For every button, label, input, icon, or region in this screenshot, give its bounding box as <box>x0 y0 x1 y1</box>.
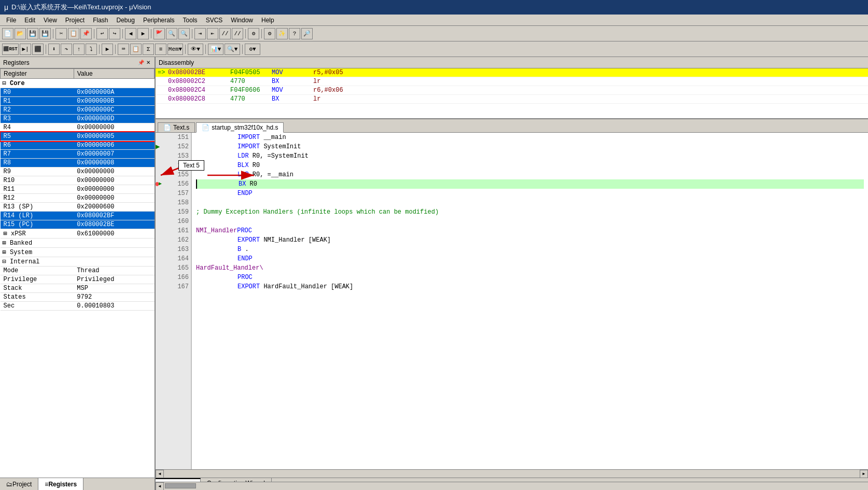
table-row[interactable]: R13 (SP) 0x20000600 <box>1 203 155 212</box>
registers-close[interactable]: ✕ <box>145 60 151 66</box>
sep10 <box>115 45 116 54</box>
code-text: PROC <box>196 273 253 282</box>
line-margin-166: 166 <box>156 273 191 282</box>
editor-hscroll[interactable]: ◀ ▶ <box>156 469 868 478</box>
table-row[interactable]: R1 0x0000000B <box>1 97 155 106</box>
reg-name: R4 <box>1 123 74 132</box>
registers-pin[interactable]: 📌 <box>138 60 144 66</box>
editor-scroll-right[interactable]: ▶ <box>860 470 868 478</box>
reg-value: 0x080002BE <box>74 220 154 229</box>
open-btn[interactable]: 📂 <box>15 28 26 39</box>
watch-btn[interactable]: 👁▼ <box>188 44 203 55</box>
step-btn[interactable]: ⬇ <box>48 44 60 55</box>
cmd-win-btn[interactable]: ⌨ <box>118 44 129 55</box>
indent-btn[interactable]: ⇥ <box>194 28 206 39</box>
table-row[interactable]: R8 0x00000008 <box>1 159 155 167</box>
menu-peripherals[interactable]: Peripherals <box>139 16 179 24</box>
disasm-row: => 0x080002BE F04F0505 MOV r5,#0x05 <box>156 68 868 77</box>
menu-edit[interactable]: Edit <box>20 16 39 24</box>
cut-btn[interactable]: ✂ <box>55 28 67 39</box>
trace-btn[interactable]: 🔍▼ <box>225 44 240 55</box>
internal-toggle[interactable]: ⊟ <box>3 258 6 265</box>
menu-svcs[interactable]: SVCS <box>202 16 227 24</box>
table-row[interactable]: ⊞ xPSR 0x61000000 <box>1 229 155 239</box>
sym-win-btn[interactable]: Σ <box>143 44 154 55</box>
tab-registers[interactable]: ≡ Registers <box>38 478 83 490</box>
banked-toggle[interactable]: ⊞ <box>3 240 6 247</box>
step-all-btn[interactable]: ⤵ <box>86 44 97 55</box>
menu-view[interactable]: View <box>39 16 61 24</box>
stop-btn[interactable]: ⬛ <box>32 44 44 55</box>
redo-btn[interactable]: ↪ <box>109 28 120 39</box>
step-out-btn[interactable]: ↑ <box>73 44 85 55</box>
build-btn[interactable]: ⚙ <box>248 28 259 39</box>
disassembly-content[interactable]: => 0x080002BE F04F0505 MOV r5,#0x05 0x08… <box>156 68 868 119</box>
bookmark-btn[interactable]: 🚩 <box>153 28 165 39</box>
reg-name: R11 <box>1 185 74 194</box>
paste-btn[interactable]: 📌 <box>80 28 92 39</box>
tab-startup[interactable]: 📄 startup_stm32f10x_hd.s <box>196 122 284 133</box>
new-file-btn[interactable]: 📄 <box>2 28 13 39</box>
menu-tools[interactable]: Tools <box>179 16 202 24</box>
table-row[interactable]: R6 0x00000006 <box>1 141 155 150</box>
menu-file[interactable]: File <box>2 16 20 24</box>
save-btn[interactable]: 💾 <box>27 28 38 39</box>
save-all-btn[interactable]: 💾 <box>39 28 51 39</box>
table-row[interactable]: R5 0x00000005 <box>1 132 155 141</box>
nav-back-btn[interactable]: ◀ <box>125 28 136 39</box>
tree-toggle[interactable]: ⊟ <box>3 80 6 87</box>
code-area[interactable]: IMPORT __main IMPORT SystemInit LDR R0, … <box>192 133 868 469</box>
table-row[interactable]: R9 0x00000000 <box>1 167 155 176</box>
run-to-cursor-btn[interactable]: ▶| <box>20 44 31 55</box>
disasm-win-btn[interactable]: 📋 <box>130 44 142 55</box>
undo-btn[interactable]: ↩ <box>96 28 108 39</box>
perf-btn[interactable]: 📊▼ <box>208 44 223 55</box>
nav-fwd-btn[interactable]: ▶ <box>137 28 149 39</box>
table-row[interactable]: R7 0x00000007 <box>1 150 155 159</box>
table-row[interactable]: R4 0x00000000 <box>1 123 155 132</box>
search-btn[interactable]: 🔎 <box>301 28 313 39</box>
menu-window[interactable]: Window <box>227 16 257 24</box>
code-line-165: HardFault_Handler\ <box>196 263 864 273</box>
settings-btn[interactable]: ⚙ <box>264 28 275 39</box>
dbg-set-btn[interactable]: ⚙▼ <box>245 44 260 55</box>
comment-btn[interactable]: // <box>219 28 231 39</box>
help2-btn[interactable]: ? <box>289 28 300 39</box>
table-row[interactable]: R2 0x0000000C <box>1 106 155 115</box>
find-btn[interactable]: 🔍 <box>166 28 177 39</box>
table-row[interactable]: R12 0x00000000 <box>1 194 155 203</box>
table-row[interactable]: R15 (PC) 0x080002BE <box>1 220 155 229</box>
line-margin-163: 163 <box>156 245 191 254</box>
outdent-btn[interactable]: ⇤ <box>207 28 218 39</box>
menu-debug[interactable]: Debug <box>113 16 139 24</box>
table-row[interactable]: R0 0x0000000A <box>1 88 155 97</box>
table-row[interactable]: R10 0x00000000 <box>1 176 155 185</box>
code-line-166: PROC <box>196 273 864 282</box>
menu-help[interactable]: Help <box>257 16 278 24</box>
table-row[interactable]: R11 0x00000000 <box>1 185 155 194</box>
menu-flash[interactable]: Flash <box>89 16 112 24</box>
rst-btn[interactable]: ⬛RST <box>2 44 19 55</box>
editor-scroll-left[interactable]: ◀ <box>156 470 164 478</box>
find2-btn[interactable]: 🔍 <box>178 28 190 39</box>
line-num: 163 <box>162 245 191 254</box>
copy-btn[interactable]: 📋 <box>68 28 79 39</box>
reg-win-btn[interactable]: ≡ <box>155 44 166 55</box>
table-row[interactable]: R3 0x0000000D <box>1 115 155 123</box>
code-text: B . <box>196 245 249 254</box>
code-line-167: EXPORT HardFault_Handler [WEAK] <box>196 282 864 291</box>
reg-name: R6 <box>1 141 74 150</box>
system-toggle[interactable]: ⊞ <box>3 249 6 256</box>
magic-btn[interactable]: ✨ <box>276 28 288 39</box>
uncomment-btn[interactable]: // <box>232 28 243 39</box>
xpsr-toggle[interactable]: ⊞ <box>4 230 7 237</box>
tab-texts[interactable]: 📄 Text.s <box>158 122 195 132</box>
menu-project[interactable]: Project <box>61 16 89 24</box>
tab-project[interactable]: 🗂 Project <box>0 478 38 490</box>
step-over-btn[interactable]: ↷ <box>61 44 72 55</box>
table-row[interactable]: R14 (LR) 0x080002BF <box>1 212 155 220</box>
run-btn[interactable]: ▶ <box>102 44 113 55</box>
editor-content: 151 ▶ 152 153 154 <box>156 133 868 469</box>
mem-win-btn[interactable]: Mem▼ <box>167 44 183 55</box>
reg-value: 0x080002BF <box>74 212 154 220</box>
